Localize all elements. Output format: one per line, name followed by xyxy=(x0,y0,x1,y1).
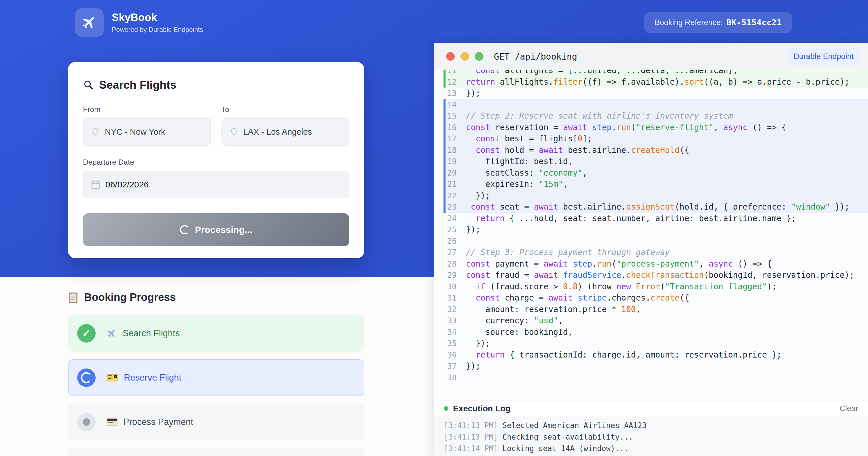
code-line: 11 const allFlights = [...united, ...del… xyxy=(443,70,868,76)
code-line: 22 }); xyxy=(443,190,868,201)
route-fields: From NYC - New York To LAX - Los Angeles xyxy=(83,105,349,146)
from-field-group: From NYC - New York xyxy=(83,105,211,146)
log-timestamp: [3:41:13 PM] xyxy=(444,433,502,441)
code-text: }); xyxy=(461,224,480,235)
code-line: 18 const hold = await best.airline.creat… xyxy=(443,144,868,156)
code-line: 23 const seat = await best.airline.assig… xyxy=(443,201,868,213)
line-number: 23 xyxy=(445,201,459,213)
log-entry: [3:41:13 PM] Selected American Airlines … xyxy=(444,420,858,431)
code-panel-header: GET /api/booking Durable Endpoint xyxy=(434,43,868,70)
step-row-confirm-booking: Confirm Booking xyxy=(68,448,364,456)
line-number: 16 xyxy=(445,122,459,133)
code-line: 14 xyxy=(443,99,868,110)
code-line: 38 xyxy=(443,372,868,384)
code-line: 15 // Step 2: Reserve seat with airline'… xyxy=(443,110,868,122)
loading-spinner-icon xyxy=(180,225,189,234)
code-line: 32 amount: reservation.price * 100, xyxy=(443,304,868,315)
code-line: 31 const charge = await stripe.charges.c… xyxy=(443,292,868,304)
step-row-search-flights: ✓ Search Flights xyxy=(68,315,364,352)
code-text: return { ...hold, seat: seat.number, air… xyxy=(461,213,796,224)
window-maximize-icon xyxy=(475,52,484,61)
brand: SkyBook Powered by Durable Endpoints xyxy=(75,8,203,37)
code-text: }); xyxy=(461,88,480,99)
step-status-circle: ✓ xyxy=(77,324,96,343)
line-number: 35 xyxy=(445,338,459,349)
code-editor[interactable]: 11 const allFlights = [...united, ...del… xyxy=(434,70,868,400)
from-input[interactable]: NYC - New York xyxy=(83,118,211,146)
line-number: 25 xyxy=(445,224,459,235)
code-text: }); xyxy=(461,338,490,349)
code-line: 25 }); xyxy=(443,224,868,235)
plane-icon xyxy=(106,328,117,338)
code-text: if (fraud.score > 0.8) throw new Error("… xyxy=(461,281,777,292)
code-text: // Step 3: Process payment through gatew… xyxy=(461,247,670,258)
search-flights-card: Search Flights From NYC - New York To xyxy=(68,62,364,258)
pending-dot-icon xyxy=(83,418,90,426)
date-value: 06/02/2026 xyxy=(105,180,149,189)
brand-text: SkyBook Powered by Durable Endpoints xyxy=(112,11,203,34)
booking-reference-label: Booking Reference: xyxy=(655,18,723,27)
log-message: Selected American Airlines AA123 xyxy=(502,421,647,430)
app-header: SkyBook Powered by Durable Endpoints Boo… xyxy=(0,0,868,37)
code-panel: GET /api/booking Durable Endpoint 11 con… xyxy=(434,43,868,456)
line-number: 37 xyxy=(445,360,459,372)
code-line: 35 }); xyxy=(443,338,868,349)
code-text: const hold = await best.airline.createHo… xyxy=(461,144,689,156)
execution-log-panel: Execution Log Clear [3:41:13 PM] Selecte… xyxy=(434,400,868,456)
code-line: 12 return allFlights.filter((f) => f.ava… xyxy=(443,76,868,88)
line-number: 22 xyxy=(445,190,459,201)
log-timestamp: [3:41:14 PM] xyxy=(444,444,502,453)
code-text: amount: reservation.price * 100, xyxy=(461,304,641,315)
code-text: return { transactionId: charge.id, amoun… xyxy=(461,349,782,361)
line-number: 28 xyxy=(445,258,459,270)
code-line: 37 }); xyxy=(443,360,868,372)
to-field-group: To LAX - Los Angeles xyxy=(221,105,350,146)
airplane-icon xyxy=(78,11,100,34)
line-number: 12 xyxy=(445,76,459,88)
step-row-process-payment: Process Payment xyxy=(68,403,364,441)
app-tagline: Powered by Durable Endpoints xyxy=(112,26,203,34)
to-value: LAX - Los Angeles xyxy=(243,127,312,137)
code-line: 36 return { transactionId: charge.id, am… xyxy=(443,349,868,361)
code-text: const seat = await best.airline.assignSe… xyxy=(461,201,849,213)
ticket-icon: A xyxy=(106,373,118,382)
check-icon: ✓ xyxy=(82,327,91,339)
line-number: 19 xyxy=(445,156,459,167)
code-line: 26 xyxy=(443,235,868,247)
code-line: 13 }); xyxy=(443,88,868,99)
step-label: Reserve Flight xyxy=(124,372,181,383)
step-label: Process Payment xyxy=(123,417,193,427)
line-number: 18 xyxy=(445,144,459,156)
credit-card-icon xyxy=(106,418,118,426)
line-number: 20 xyxy=(445,167,459,179)
code-line: 28 const payment = await step.run("proce… xyxy=(443,258,868,270)
to-input[interactable]: LAX - Los Angeles xyxy=(221,118,350,146)
progress-steps: ✓ Search Flights A xyxy=(68,315,364,456)
spinner-icon xyxy=(81,372,92,383)
line-number: 29 xyxy=(445,269,459,281)
app-logo xyxy=(75,8,104,37)
log-message: Checking seat availability... xyxy=(502,433,633,441)
location-pin-icon xyxy=(91,128,100,136)
window-close-icon xyxy=(446,52,455,61)
line-number: 38 xyxy=(445,372,459,384)
durable-endpoint-badge[interactable]: Durable Endpoint xyxy=(786,48,861,65)
date-label: Departure Date xyxy=(83,158,349,167)
log-entry: [3:41:14 PM] !Seat lock timeout - Innges… xyxy=(444,454,858,456)
line-number: 11 xyxy=(445,70,459,76)
clear-log-button[interactable]: Clear xyxy=(839,404,858,413)
code-text: return allFlights.filter((f) => f.availa… xyxy=(461,76,849,88)
search-submit-button[interactable]: Processing... xyxy=(83,213,349,246)
code-text: const allFlights = [...united, ...delta,… xyxy=(461,70,738,76)
code-line: 27 // Step 3: Process payment through ga… xyxy=(443,247,868,258)
step-row-reserve-flight: A Reserve Flight xyxy=(68,359,364,396)
code-text: }); xyxy=(461,190,490,201)
line-number: 26 xyxy=(445,235,459,247)
code-line: 19 flightId: best.id, xyxy=(443,156,868,167)
booking-progress-title: Booking Progress xyxy=(68,291,364,303)
booking-reference-value: BK-5154cc21 xyxy=(726,18,782,27)
code-line: 16 const reservation = await step.run("r… xyxy=(443,122,868,133)
date-field-group: Departure Date 06/02/2026 xyxy=(83,158,349,198)
departure-date-input[interactable]: 06/02/2026 xyxy=(83,171,349,198)
page: SkyBook Powered by Durable Endpoints Boo… xyxy=(0,0,868,456)
